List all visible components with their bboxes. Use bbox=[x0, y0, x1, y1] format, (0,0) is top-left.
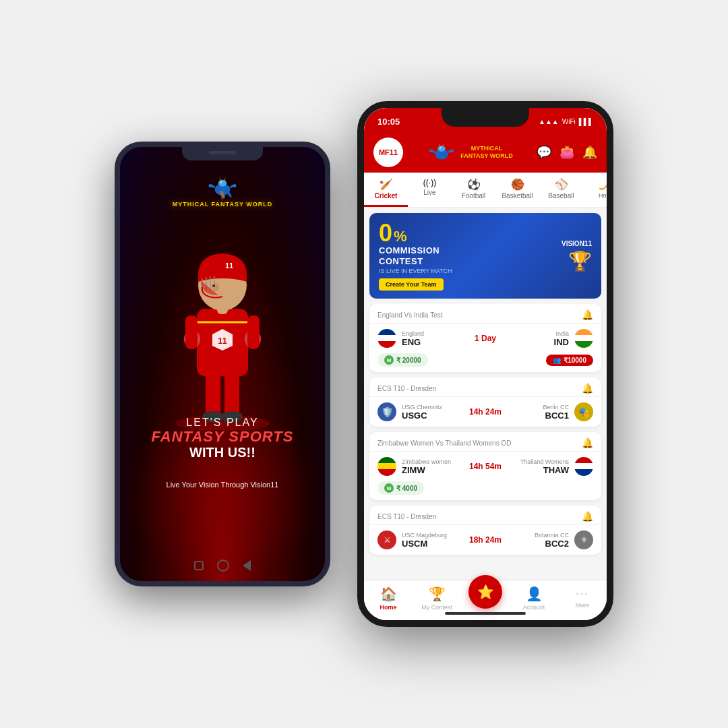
right-phone-inner: 10:05 ▲▲▲ WiFi ▌▌▌ MF11 bbox=[364, 108, 607, 620]
svg-rect-7 bbox=[224, 369, 239, 417]
teams-row-3: Zimbabwe women ZIMW 14h 54m Thailand bbox=[377, 457, 593, 476]
status-icons: ▲▲▲ WiFi ▌▌▌ bbox=[539, 118, 593, 125]
mf11-logo-button[interactable]: MF11 bbox=[373, 138, 403, 167]
nav-home[interactable]: 🏠 Home bbox=[368, 586, 408, 611]
team-uscm: ⚔ USC Magdeburg USCM bbox=[377, 530, 469, 549]
match-card-eng-ind[interactable]: England Vs India Test 🔔 England ENG bbox=[369, 304, 601, 372]
header-center-logo: MYTHICALFANTASY WORLD bbox=[427, 140, 513, 164]
tab-baseball[interactable]: ⚾ Baseball bbox=[539, 173, 583, 207]
battery-icon: ▌▌▌ bbox=[579, 118, 593, 125]
uscm-info: USC Magdeburg USCM bbox=[402, 532, 447, 549]
tab-football[interactable]: ⚽ Football bbox=[452, 173, 495, 207]
prize-amount-1: M ₹ 20000 bbox=[377, 353, 428, 367]
signal-icon: ▲▲▲ bbox=[539, 118, 559, 125]
banner-title: COMMISSIONCONTEST bbox=[379, 245, 538, 266]
tab-basketball[interactable]: 🏀 Basketball bbox=[495, 173, 539, 207]
football-label: Football bbox=[462, 192, 486, 200]
bell-header-icon[interactable]: 🔔 bbox=[582, 145, 597, 160]
more-nav-icon: ··· bbox=[576, 588, 588, 600]
match-title-3: Zimbabwe Women Vs Thailand Womens OD bbox=[377, 439, 511, 447]
basketball-icon: 🏀 bbox=[511, 178, 524, 191]
nav-contest[interactable]: 🏆 My Contest bbox=[417, 586, 457, 611]
left-tagline: LET'S PLAY FANTASY SPORTS WITH US!! bbox=[152, 417, 294, 460]
live-icon: ((·)) bbox=[423, 178, 436, 187]
svg-point-2 bbox=[220, 181, 222, 183]
team-ind: India IND bbox=[496, 329, 593, 348]
match-title-4: ECS T10 - Dresden bbox=[377, 513, 436, 520]
svg-point-1 bbox=[218, 180, 227, 187]
svg-point-19 bbox=[212, 283, 219, 291]
android-home[interactable] bbox=[194, 561, 204, 570]
match-title-2: ECS T10 - Dresden bbox=[377, 385, 436, 392]
left-phone: MYTHICAL FANTASY WORLD bbox=[115, 142, 330, 586]
home-indicator bbox=[445, 612, 526, 615]
vision-text: Live Your Vision Through Vision11 bbox=[166, 481, 279, 489]
nav-center-button[interactable]: ⭐ bbox=[468, 575, 502, 609]
header-dragon-icon bbox=[427, 140, 456, 164]
banner-right: VISION11 🏆 bbox=[538, 240, 592, 272]
left-speaker bbox=[209, 151, 236, 154]
wifi-icon: WiFi bbox=[562, 118, 576, 125]
tab-live[interactable]: ((·)) Live bbox=[408, 173, 452, 207]
nav-more[interactable]: ··· More bbox=[562, 588, 603, 609]
team-eng: England ENG bbox=[377, 329, 475, 348]
nav-account[interactable]: 👤 Account bbox=[514, 586, 554, 611]
match-center-4: 18h 24m bbox=[469, 535, 502, 545]
svg-text:11: 11 bbox=[218, 336, 227, 346]
svg-text:11: 11 bbox=[225, 262, 233, 270]
zimw-flag bbox=[377, 457, 396, 476]
uscm-flag: ⚔ bbox=[377, 530, 396, 549]
account-nav-label: Account bbox=[523, 604, 545, 611]
match-card-header-4: ECS T10 - Dresden 🔔 bbox=[369, 506, 601, 525]
ind-info: India IND bbox=[554, 330, 569, 347]
bcc1-info: Berlin CC BCC1 bbox=[543, 404, 569, 421]
wallet-icon[interactable]: 👛 bbox=[559, 145, 574, 160]
tab-hockey[interactable]: 🏒 Ho... bbox=[583, 173, 607, 207]
prize-m-icon-3: M bbox=[384, 483, 394, 493]
header-actions: 💬 👛 🔔 bbox=[537, 145, 597, 160]
right-phone: 10:05 ▲▲▲ WiFi ▌▌▌ MF11 bbox=[357, 101, 613, 627]
more-nav-label: More bbox=[576, 602, 590, 609]
player-svg: 11 bbox=[148, 214, 297, 430]
thaw-info: Thailand Womens THAW bbox=[520, 458, 569, 475]
prize-row-3: M ₹ 4000 bbox=[377, 481, 593, 495]
prize-row-1: M ₹ 20000 👥 ₹10000 bbox=[377, 353, 593, 367]
left-bottom-bar bbox=[194, 559, 251, 572]
hockey-label: Ho... bbox=[599, 192, 607, 199]
team-usgc: 🛡️ USG Chemnitz USGC bbox=[377, 402, 469, 421]
left-logo: MYTHICAL FANTASY WORLD bbox=[173, 174, 273, 208]
match-card-usgc-bcc1[interactable]: ECS T10 - Dresden 🔔 🛡️ USG Chemnitz USGC bbox=[369, 377, 601, 427]
team-bcc1: 🎭 Berlin CC BCC1 bbox=[502, 402, 593, 421]
svg-rect-15 bbox=[185, 315, 198, 349]
promo-banner[interactable]: 0 % COMMISSIONCONTEST IS LIVE IN EVERY M… bbox=[369, 213, 601, 299]
match-bell-3[interactable]: 🔔 bbox=[582, 437, 593, 448]
cricket-label: Cricket bbox=[375, 192, 398, 200]
trophy-icon: 🏆 bbox=[538, 250, 592, 272]
team-zimw: Zimbabwe women ZIMW bbox=[377, 457, 469, 476]
match-card-header: England Vs India Test 🔔 bbox=[369, 304, 601, 324]
match-bell-1[interactable]: 🔔 bbox=[582, 309, 593, 320]
android-back[interactable] bbox=[243, 560, 251, 571]
left-logo-text: MYTHICAL FANTASY WORLD bbox=[173, 201, 273, 208]
match-bell-4[interactable]: 🔔 bbox=[582, 511, 593, 522]
account-nav-icon: 👤 bbox=[526, 586, 543, 602]
status-time: 10:05 bbox=[377, 117, 400, 127]
match-card-zimw-thaw[interactable]: Zimbabwe Women Vs Thailand Womens OD 🔔 Z… bbox=[369, 432, 601, 500]
nav-center[interactable]: ⭐ bbox=[465, 588, 506, 609]
eng-info: England ENG bbox=[402, 330, 424, 347]
banner-left: 0 % COMMISSIONCONTEST IS LIVE IN EVERY M… bbox=[379, 221, 538, 291]
app-header: MF11 MYTHICALFANTASY WORLD 💬 bbox=[364, 132, 607, 173]
match-bell-2[interactable]: 🔔 bbox=[582, 383, 593, 394]
usgc-info: USG Chemnitz USGC bbox=[402, 404, 442, 421]
svg-point-23 bbox=[438, 146, 446, 152]
svg-point-24 bbox=[439, 147, 441, 148]
match-card-uscm-bcc2[interactable]: ECS T10 - Dresden 🔔 ⚔ USC Magdeburg USCM bbox=[369, 506, 601, 555]
chat-icon[interactable]: 💬 bbox=[537, 145, 551, 160]
banner-cta[interactable]: Create Your Team bbox=[379, 278, 444, 291]
matches-list: England Vs India Test 🔔 England ENG bbox=[364, 304, 607, 580]
android-recents[interactable] bbox=[217, 559, 229, 572]
baseball-label: Baseball bbox=[548, 192, 574, 200]
match-body-1: England ENG 1 Day India bbox=[369, 324, 601, 372]
team-thaw: Thailand Womens THAW bbox=[502, 457, 593, 476]
tab-cricket[interactable]: 🏏 Cricket bbox=[364, 173, 408, 207]
